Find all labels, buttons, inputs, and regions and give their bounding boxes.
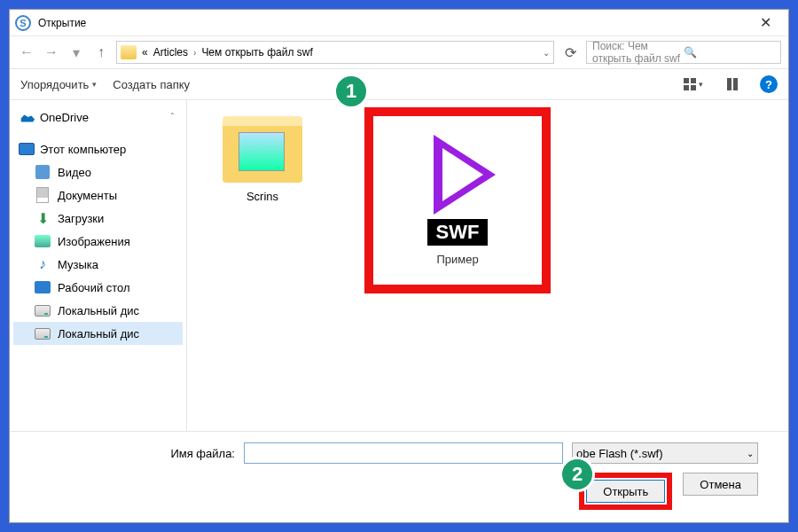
chevron-down-icon[interactable]: ⌄ <box>543 48 550 58</box>
pc-icon <box>19 143 35 155</box>
help-button[interactable]: ? <box>760 75 778 93</box>
sidebar-item-pictures[interactable]: Изображения <box>13 230 183 253</box>
file-item-swf[interactable]: SWF Пример <box>364 107 551 293</box>
swf-badge: SWF <box>427 219 489 246</box>
drive-icon <box>35 305 51 317</box>
breadcrumb-prefix: « <box>142 46 148 59</box>
annotation-badge-1: 1 <box>333 74 369 109</box>
search-input[interactable]: Поиск: Чем открыть файл swf 🔍 <box>586 41 781 64</box>
window-title: Открытие <box>38 17 747 29</box>
chevron-right-icon: › <box>193 48 196 58</box>
sidebar-item-documents[interactable]: Документы <box>13 184 183 207</box>
up-button[interactable]: ↑ <box>91 44 111 60</box>
new-folder-button[interactable]: Создать папку <box>113 78 190 91</box>
toolbar: Упорядочить ▾ Создать папку ▾ ? <box>10 68 788 100</box>
folder-icon <box>223 116 302 183</box>
folder-icon <box>121 45 137 59</box>
open-button[interactable]: Открыть <box>586 480 665 503</box>
titlebar: S Открытие ✕ <box>10 10 788 36</box>
footer: Имя файла: obe Flash (*.swf) ⌄ Открыть О… <box>10 431 788 522</box>
navbar: ← → ▾ ↑ « Articles › Чем открыть файл sw… <box>10 36 788 68</box>
breadcrumb-part[interactable]: Чем открыть файл swf <box>201 46 312 59</box>
cloud-icon <box>19 110 35 124</box>
organize-button[interactable]: Упорядочить ▾ <box>20 78 97 91</box>
sidebar-item-onedrive[interactable]: OneDrive ˆ <box>13 106 183 129</box>
desktop-icon <box>35 281 51 293</box>
back-button[interactable]: ← <box>17 44 36 60</box>
cancel-button[interactable]: Отмена <box>683 473 758 496</box>
recent-dropdown[interactable]: ▾ <box>66 44 86 61</box>
refresh-button[interactable]: ⟳ <box>559 44 581 61</box>
breadcrumb[interactable]: « Articles › Чем открыть файл swf ⌄ <box>116 41 554 64</box>
caret-up-icon: ˆ <box>171 113 174 122</box>
sidebar-item-desktop[interactable]: Рабочий стол <box>13 276 183 299</box>
sidebar-item-this-pc[interactable]: Этот компьютер <box>13 137 183 160</box>
sidebar-item-music[interactable]: ♪Музыка <box>13 253 183 276</box>
breadcrumb-part[interactable]: Articles <box>153 46 188 59</box>
drive-icon <box>35 328 51 340</box>
documents-icon <box>36 187 49 203</box>
filename-label: Имя файла: <box>22 447 235 460</box>
sidebar: OneDrive ˆ Этот компьютер Видео Документ… <box>10 100 187 431</box>
sidebar-item-local-disk[interactable]: Локальный дис <box>13 299 183 322</box>
file-label: Пример <box>436 253 478 266</box>
folder-item[interactable]: Scrins <box>214 116 311 203</box>
view-mode-button[interactable]: ▾ <box>682 74 705 94</box>
pictures-icon <box>35 235 51 247</box>
caret-down-icon: ▾ <box>699 80 703 89</box>
play-icon <box>434 135 496 215</box>
search-icon: 🔍 <box>684 46 775 59</box>
open-dialog: S Открытие ✕ ← → ▾ ↑ « Articles › Чем от… <box>9 9 789 523</box>
filename-input[interactable] <box>244 442 563 464</box>
file-list[interactable]: Scrins SWF Пример <box>187 100 788 431</box>
music-icon: ♪ <box>35 256 51 272</box>
search-placeholder: Поиск: Чем открыть файл swf <box>592 40 684 65</box>
chevron-down-icon: ⌄ <box>747 449 754 458</box>
close-button[interactable]: ✕ <box>747 14 783 31</box>
annotation-badge-2: 2 <box>559 457 595 492</box>
app-icon: S <box>15 15 31 31</box>
caret-down-icon: ▾ <box>92 80 97 89</box>
preview-pane-button[interactable] <box>721 74 744 94</box>
dialog-body: OneDrive ˆ Этот компьютер Видео Документ… <box>10 100 788 431</box>
sidebar-item-local-disk[interactable]: Локальный дис <box>13 322 183 345</box>
filetype-select[interactable]: obe Flash (*.swf) ⌄ <box>572 442 758 464</box>
video-icon <box>35 165 50 179</box>
forward-button[interactable]: → <box>42 44 61 60</box>
grid-icon <box>684 78 696 90</box>
sidebar-item-downloads[interactable]: ⬇Загрузки <box>13 207 183 230</box>
folder-label: Scrins <box>214 190 311 203</box>
sidebar-item-videos[interactable]: Видео <box>13 160 183 184</box>
layout-icon <box>727 78 738 90</box>
download-icon: ⬇ <box>35 210 51 226</box>
